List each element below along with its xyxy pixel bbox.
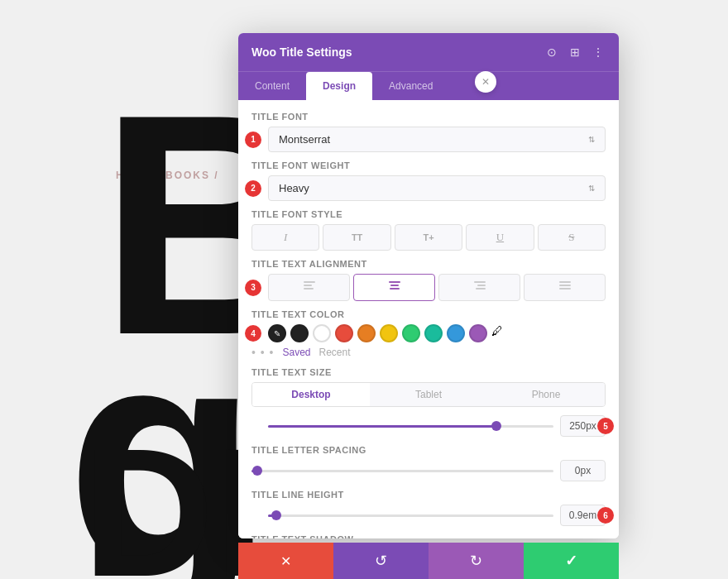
line-height-track[interactable] [268,514,553,517]
weight-chevron: ⇅ [588,184,595,193]
device-tab-desktop[interactable]: Desktop [252,383,370,406]
saved-colors-tab[interactable]: Saved [282,347,310,358]
title-font-select[interactable]: Montserrat ⇅ [268,127,606,152]
tab-content[interactable]: Content [238,72,306,100]
title-line-height-label: Title Line Height [251,490,606,500]
svg-rect-0 [304,281,315,283]
text-size-slider-thumb[interactable] [491,421,501,431]
badge-1: 1 [245,132,261,148]
badge-6: 6 [597,507,614,524]
save-icon: ✓ [565,552,577,570]
align-btn-justify[interactable] [524,274,606,301]
align-btn-left[interactable] [268,274,350,301]
style-btn-italic[interactable]: I [251,224,319,251]
align-btn-center[interactable] [353,274,435,301]
undo-button[interactable]: ↺ [333,543,429,579]
letter-spacing-value[interactable]: 0px [560,460,606,481]
eyedropper-btn[interactable]: 🖊 [491,324,510,342]
title-font-value: Montserrat [279,133,330,146]
title-text-color-label: Title Text Color [251,309,606,319]
badge-5: 5 [597,418,614,434]
svg-rect-8 [476,288,486,290]
style-buttons-group: I TT T+ U S [251,224,606,251]
color-black[interactable] [290,324,309,342]
svg-rect-1 [304,285,312,286]
svg-rect-7 [477,285,486,286]
panel-title: Woo Title Settings [251,45,352,59]
cancel-icon: ✕ [280,553,291,569]
svg-rect-5 [390,288,400,290]
settings-icon[interactable]: ⊙ [544,45,559,60]
letter-spacing-slider-row: 0px [251,460,606,481]
undo-icon: ↺ [375,552,387,570]
panel-header-icons: ⊙ ⊞ ⋮ [544,45,606,60]
style-btn-capitalize[interactable]: T+ [395,224,462,251]
svg-rect-9 [559,281,571,283]
device-tab-tablet[interactable]: Tablet [370,383,487,406]
title-font-weight-value: Heavy [279,182,309,194]
svg-rect-11 [559,288,571,290]
panel-body: Title Font 1 Montserrat ⇅ Title Font Wei… [238,100,619,538]
svg-rect-10 [559,285,571,286]
badge-3: 3 [245,280,261,296]
bottom-toolbar: ✕ ↺ ↻ ✓ [238,543,619,579]
text-size-slider-fill [268,425,496,428]
line-height-thumb[interactable] [271,510,281,520]
title-font-weight-select[interactable]: Heavy ⇅ [268,175,606,201]
color-yellow[interactable] [380,324,398,342]
recent-colors-tab[interactable]: Recent [319,347,351,358]
badge-4: 4 [245,325,261,342]
tab-advanced[interactable]: Advanced [372,72,449,100]
style-btn-strikethrough[interactable]: S [538,224,606,251]
align-buttons-group: 3 [251,274,606,301]
title-font-row: 1 Montserrat ⇅ [251,127,606,152]
style-btn-allcaps[interactable]: TT [323,224,390,251]
svg-rect-6 [474,281,486,283]
layout-icon[interactable]: ⊞ [568,45,582,60]
color-tabs-row: • • • Saved Recent [251,346,606,359]
redo-icon: ↻ [470,552,482,570]
line-height-slider-row: 0.9em 6 [251,505,606,526]
title-font-weight-row: 2 Heavy ⇅ [251,175,606,201]
device-tabs: Desktop Tablet Phone [251,382,606,407]
color-blue[interactable] [447,324,465,342]
svg-rect-2 [304,288,314,290]
color-row: 4 ✎ 🖊 [251,324,606,342]
color-red[interactable] [335,324,353,342]
color-teal[interactable] [424,324,443,342]
more-icon[interactable]: ⋮ [591,45,606,60]
color-purple[interactable] [469,324,487,342]
device-tab-phone[interactable]: Phone [487,383,605,406]
style-btn-underline[interactable]: U [466,224,534,251]
color-green[interactable] [402,324,420,342]
redo-button[interactable]: ↻ [429,543,524,579]
text-size-slider-track[interactable] [268,425,553,428]
svg-rect-3 [389,281,400,283]
panel-header: Woo Title Settings ⊙ ⊞ ⋮ [238,33,619,71]
settings-panel: Woo Title Settings ⊙ ⊞ ⋮ Content Design … [238,33,619,538]
bg-bottom-text: DI [83,422,265,579]
text-size-slider-row: 250px 5 [251,415,606,437]
color-white[interactable] [313,324,331,342]
font-chevron: ⇅ [588,135,595,144]
title-text-align-label: Title Text Alignment [251,259,606,269]
cancel-button[interactable]: ✕ [238,543,333,579]
panel-close-x-btn[interactable]: ✕ [475,71,496,93]
title-text-size-label: Title Text Size [251,367,606,377]
svg-rect-4 [390,285,399,286]
letter-spacing-thumb[interactable] [252,466,262,476]
color-orange[interactable] [357,324,376,342]
title-text-shadow-label: Title Text Shadow [251,534,606,538]
save-button[interactable]: ✓ [524,543,619,579]
title-font-weight-label: Title Font Weight [251,160,606,170]
tab-design[interactable]: Design [306,72,372,100]
title-letter-spacing-label: Title Letter Spacing [251,445,606,455]
tabs-bar: Content Design Advanced [238,71,619,100]
title-font-style-label: Title Font Style [251,209,606,219]
badge-2: 2 [245,180,261,197]
align-btn-right[interactable] [438,274,520,301]
color-edit-btn[interactable]: ✎ [268,324,286,342]
letter-spacing-track[interactable] [251,470,553,472]
more-colors-btn[interactable]: • • • [251,346,274,359]
title-font-label: Title Font [251,112,606,122]
